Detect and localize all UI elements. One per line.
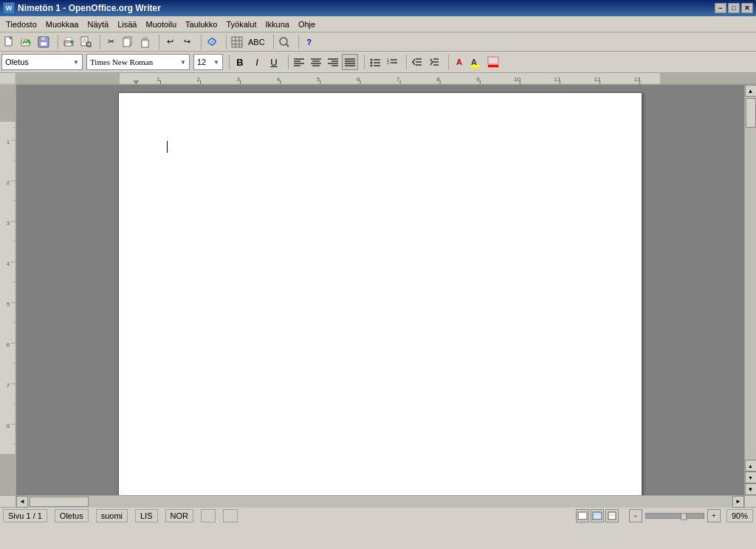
maximize-button[interactable]: □ bbox=[728, 3, 740, 13]
svg-rect-71 bbox=[660, 73, 756, 85]
selection-mode[interactable]: NOR bbox=[165, 509, 193, 522]
scroll-right-button[interactable]: ► bbox=[732, 496, 744, 508]
print-view-button[interactable] bbox=[605, 509, 619, 522]
undo-button[interactable]: ↩ bbox=[162, 34, 178, 50]
find-button[interactable] bbox=[276, 34, 292, 50]
cut-button[interactable]: ✂ bbox=[103, 34, 119, 50]
web-view-button[interactable] bbox=[591, 509, 604, 522]
svg-text:4: 4 bbox=[7, 260, 10, 267]
minimize-button[interactable]: − bbox=[715, 3, 726, 13]
separator bbox=[444, 55, 449, 69]
text-area[interactable] bbox=[167, 141, 594, 457]
scroll-left-button[interactable]: ◄ bbox=[16, 496, 28, 508]
underline-button[interactable]: U bbox=[266, 54, 282, 70]
svg-text:6: 6 bbox=[7, 342, 10, 348]
zoom-out-button[interactable]: − bbox=[629, 509, 642, 522]
menu-tiedosto[interactable]: Tiedosto bbox=[1, 17, 41, 32]
style-dropdown[interactable]: Oletus ▼ bbox=[1, 54, 83, 70]
menu-tyokalut[interactable]: Työkalut bbox=[221, 17, 261, 32]
svg-rect-23 bbox=[232, 37, 242, 47]
highlight-button[interactable]: A bbox=[468, 54, 484, 70]
normal-view-button[interactable] bbox=[576, 509, 589, 522]
menu-nayta[interactable]: Näytä bbox=[83, 17, 113, 32]
table-button[interactable] bbox=[229, 34, 245, 50]
open-button[interactable] bbox=[18, 34, 35, 50]
vertical-ruler: 1 2 3 4 5 6 7 8 bbox=[0, 85, 16, 495]
main-area: 1 2 3 4 5 6 7 8 bbox=[0, 85, 756, 495]
menu-muotoilu[interactable]: Muotoilu bbox=[141, 17, 181, 32]
svg-text:4: 4 bbox=[277, 76, 281, 83]
font-dropdown[interactable]: Times New Roman ▼ bbox=[86, 54, 190, 70]
scroll-thumb-v[interactable] bbox=[746, 98, 756, 128]
paste-button[interactable] bbox=[137, 34, 153, 50]
svg-rect-65 bbox=[488, 65, 498, 67]
document-page[interactable] bbox=[118, 92, 642, 495]
zoom-level[interactable]: 90% bbox=[726, 509, 753, 522]
svg-text:9: 9 bbox=[476, 76, 480, 83]
help-button[interactable]: ? bbox=[301, 34, 317, 50]
menu-ikkuna[interactable]: Ikkuna bbox=[261, 17, 293, 32]
align-center-button[interactable] bbox=[308, 54, 324, 70]
zoom-slider[interactable] bbox=[645, 513, 704, 519]
svg-rect-3 bbox=[21, 39, 25, 41]
decrease-indent-button[interactable] bbox=[409, 54, 425, 70]
increase-indent-button[interactable] bbox=[426, 54, 442, 70]
ruler-row: 1 2 3 4 5 6 7 8 9 10 11 12 13 bbox=[0, 73, 756, 85]
zoom-in-button[interactable]: + bbox=[707, 509, 721, 522]
menu-muokkaa[interactable]: Muokkaa bbox=[41, 17, 83, 32]
italic-button[interactable]: I bbox=[249, 54, 265, 70]
hyperlink-button[interactable] bbox=[204, 34, 220, 50]
svg-text:6: 6 bbox=[357, 76, 360, 83]
scroll-next-page-button[interactable]: ▼ bbox=[745, 472, 757, 483]
text-cursor bbox=[167, 141, 168, 153]
font-color-button[interactable]: A bbox=[451, 54, 467, 70]
redo-button[interactable]: ↪ bbox=[179, 34, 195, 50]
titlebar-buttons: − □ ✕ bbox=[715, 3, 753, 13]
svg-point-46 bbox=[371, 59, 373, 61]
svg-text:2.: 2. bbox=[387, 61, 390, 65]
menu-lisaa[interactable]: Lisää bbox=[113, 17, 141, 32]
separator bbox=[269, 35, 274, 49]
size-dropdown[interactable]: 12 ▼ bbox=[193, 54, 223, 70]
save-button[interactable] bbox=[35, 34, 52, 50]
svg-rect-66 bbox=[0, 73, 16, 85]
zoom-thumb[interactable] bbox=[681, 513, 687, 520]
unordered-list-button[interactable] bbox=[367, 54, 383, 70]
menu-taulukko[interactable]: Taulukko bbox=[181, 17, 221, 32]
svg-rect-8 bbox=[66, 43, 72, 46]
scroll-thumb-h[interactable] bbox=[30, 497, 89, 507]
scroll-track-h[interactable] bbox=[28, 496, 732, 508]
background-color-button[interactable] bbox=[485, 54, 501, 70]
insert-mode[interactable]: LIS bbox=[135, 509, 158, 522]
style-dropdown-arrow: ▼ bbox=[73, 59, 79, 66]
scroll-up-button[interactable]: ▲ bbox=[745, 85, 757, 97]
bold-button[interactable]: B bbox=[232, 54, 248, 70]
svg-text:13: 13 bbox=[634, 76, 641, 83]
svg-text:5: 5 bbox=[7, 301, 10, 308]
align-right-button[interactable] bbox=[325, 54, 341, 70]
justify-button[interactable] bbox=[342, 54, 358, 70]
new-button[interactable] bbox=[1, 34, 18, 50]
svg-rect-64 bbox=[488, 57, 498, 64]
close-button[interactable]: ✕ bbox=[741, 3, 753, 13]
ordered-list-button[interactable]: 1.2. bbox=[384, 54, 400, 70]
menu-ohje[interactable]: Ohje bbox=[294, 17, 320, 32]
horizontal-ruler: 1 2 3 4 5 6 7 8 9 10 11 12 13 bbox=[16, 73, 756, 85]
statusbar: Sivu 1 / 1 Oletus suomi LIS NOR − + 90% bbox=[0, 507, 756, 523]
vertical-scrollbar: ▲ ▲ ▼ ▼ bbox=[744, 85, 756, 495]
scroll-down-button[interactable]: ▼ bbox=[745, 483, 757, 495]
scroll-track-v[interactable] bbox=[745, 97, 757, 460]
print-button[interactable] bbox=[61, 34, 77, 50]
preview-button[interactable] bbox=[78, 34, 94, 50]
svg-text:2: 2 bbox=[196, 76, 200, 83]
copy-button[interactable] bbox=[120, 34, 136, 50]
size-value: 12 bbox=[197, 58, 206, 66]
titlebar-left: W Nimetön 1 - OpenOffice.org Writer bbox=[3, 2, 161, 14]
align-left-button[interactable] bbox=[291, 54, 307, 70]
scroll-prev-page-button[interactable]: ▲ bbox=[745, 460, 757, 472]
svg-rect-63 bbox=[471, 65, 480, 67]
unsaved-changes bbox=[201, 509, 216, 522]
scrollbar-h-row: ◄ ► bbox=[0, 495, 756, 507]
svg-text:5: 5 bbox=[317, 76, 320, 83]
spellcheck-button[interactable]: ABC bbox=[246, 34, 267, 50]
